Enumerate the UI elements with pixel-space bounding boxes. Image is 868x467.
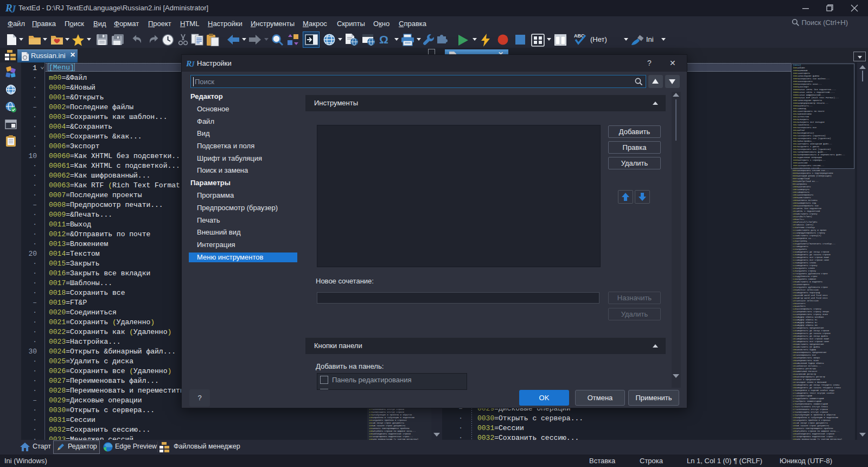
svg-text:J: J (190, 59, 195, 68)
svg-text:J: J (10, 3, 16, 14)
